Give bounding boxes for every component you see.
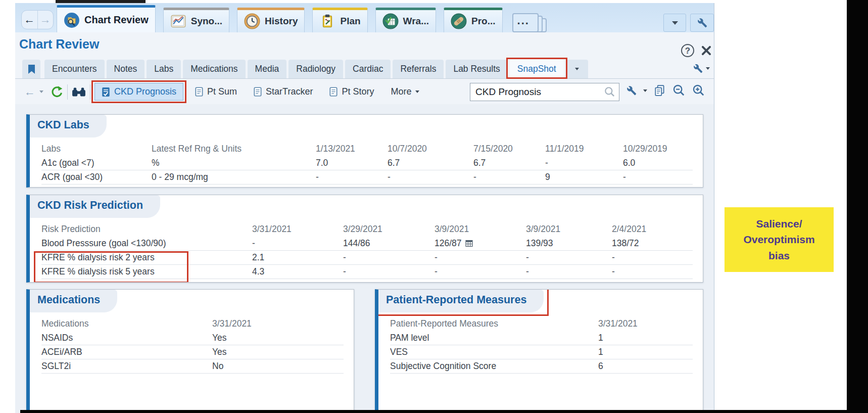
section-ckd-labs: CKD Labs LabsLatest Ref Rng & Units 1/13… bbox=[26, 114, 703, 188]
prm-table: Patient-Reported Measures3/31/2021 PAM l… bbox=[390, 316, 693, 374]
chevron-down-icon[interactable] bbox=[643, 89, 647, 92]
zoom-out-icon[interactable] bbox=[672, 84, 686, 97]
tab-medications[interactable]: Medications bbox=[183, 60, 245, 78]
divider bbox=[90, 84, 90, 100]
table-row[interactable]: NSAIDsYes bbox=[41, 331, 344, 345]
table-row[interactable]: VES1 bbox=[390, 345, 693, 359]
tab-problems[interactable]: Pro... bbox=[444, 8, 503, 32]
tab-radiology[interactable]: Radiology bbox=[288, 60, 343, 78]
tab-notes[interactable]: Notes bbox=[107, 60, 145, 78]
pt-story-report-button[interactable]: Pt Story bbox=[324, 83, 379, 100]
table-row[interactable]: A1c (goal <7)% 7.06.7 6.7- 6.0 bbox=[41, 156, 693, 170]
tab-labs[interactable]: Labs bbox=[147, 60, 181, 78]
history-clock-icon bbox=[244, 13, 260, 29]
tab-synopsis[interactable]: Syno... bbox=[163, 8, 229, 32]
letterbox-right bbox=[847, 0, 868, 413]
tab-wrapup[interactable]: Wra... bbox=[375, 8, 436, 32]
more-reports-button[interactable]: More bbox=[385, 83, 424, 100]
page-title: Chart Review bbox=[19, 37, 99, 52]
report-doc-icon bbox=[195, 87, 203, 97]
tab-referrals[interactable]: Referrals bbox=[393, 60, 444, 78]
tab-label: Plan bbox=[340, 16, 360, 27]
wrapup-calendar-icon bbox=[382, 13, 399, 29]
table-row[interactable]: SGLT2iNo bbox=[41, 359, 344, 374]
wrench-icon[interactable] bbox=[693, 64, 703, 73]
report-back-icon[interactable]: ← bbox=[24, 85, 35, 99]
table-row[interactable]: PAM level1 bbox=[390, 331, 693, 345]
report-doc-icon bbox=[254, 87, 262, 97]
pt-sum-report-button[interactable]: Pt Sum bbox=[190, 83, 242, 100]
note-line: bias bbox=[725, 248, 834, 264]
table-row[interactable]: ACEi/ARBYes bbox=[41, 345, 344, 359]
chevron-down-icon bbox=[672, 21, 678, 25]
search-icon[interactable] bbox=[604, 86, 616, 98]
table-grid-icon[interactable] bbox=[465, 240, 473, 247]
snapshot-report-content: CKD Labs LabsLatest Ref Rng & Units 1/13… bbox=[15, 104, 714, 413]
section-ckd-risk-prediction: CKD Risk Prediction Risk Prediction3/31/… bbox=[26, 195, 703, 283]
section-patient-reported-measures: Patient-Reported Measures Patient-Report… bbox=[375, 289, 703, 413]
table-row[interactable]: Blood Presssure (goal <130/90)- 144/86 1… bbox=[41, 237, 693, 251]
help-icon[interactable]: ? bbox=[681, 44, 694, 57]
button-label: More bbox=[391, 86, 411, 97]
section-title: CKD Risk Prediction bbox=[30, 195, 160, 218]
search-input[interactable] bbox=[470, 86, 604, 98]
table-row[interactable]: ACR (goal <30)0 - 29 mcg/mg -- -9 - bbox=[41, 170, 693, 185]
ehr-app-window: ← → Chart Review bbox=[15, 3, 714, 413]
ckd-prognosis-report-button[interactable]: CKD Prognosis bbox=[94, 83, 183, 101]
report-search-box bbox=[470, 83, 619, 101]
medications-table: Medications3/31/2021 NSAIDsYes ACEi/ARBY… bbox=[41, 316, 344, 374]
zoom-in-icon[interactable] bbox=[692, 84, 705, 97]
chevron-down-icon[interactable] bbox=[39, 90, 43, 93]
tab-label: Wra... bbox=[403, 16, 429, 27]
back-button[interactable]: ← bbox=[22, 11, 37, 29]
tab-list-dropdown-button[interactable] bbox=[663, 14, 686, 32]
tab-history[interactable]: History bbox=[237, 8, 305, 32]
button-label: StarTracker bbox=[266, 86, 313, 97]
more-report-tabs-dropdown[interactable] bbox=[566, 60, 588, 78]
section-title: Patient-Reported Measures bbox=[378, 290, 544, 312]
refresh-icon[interactable] bbox=[50, 85, 63, 99]
table-row[interactable]: KFRE % dialysis risk 2 years2.1 -- -- bbox=[41, 251, 693, 265]
chart-review-activity: Chart Review ? Encounters Notes Labs Med… bbox=[15, 32, 714, 413]
tab-plan[interactable]: Plan bbox=[312, 8, 367, 32]
tab-label: Syno... bbox=[191, 16, 222, 27]
tab-label: Chart Review bbox=[84, 14, 149, 26]
table-row[interactable]: Subjective Cognition Score6 bbox=[390, 359, 693, 374]
tab-label: History bbox=[265, 16, 298, 27]
tab-encounters[interactable]: Encounters bbox=[44, 60, 105, 78]
chrome-settings-button[interactable] bbox=[690, 14, 714, 32]
divider bbox=[67, 84, 68, 100]
forward-button[interactable]: → bbox=[37, 11, 54, 29]
close-icon[interactable] bbox=[701, 45, 712, 56]
synopsis-icon bbox=[170, 13, 186, 29]
button-label: CKD Prognosis bbox=[114, 86, 176, 97]
copy-report-icon[interactable] bbox=[654, 84, 666, 97]
tab-snapshot[interactable]: SnapShot bbox=[510, 60, 564, 78]
table-header-row: LabsLatest Ref Rng & Units 1/13/202110/7… bbox=[41, 142, 693, 156]
chevron-down-icon bbox=[575, 68, 579, 70]
chart-review-icon bbox=[64, 12, 80, 28]
ckd-risk-table: Risk Prediction3/31/2021 3/29/20213/9/20… bbox=[41, 222, 693, 279]
wrench-icon[interactable] bbox=[626, 85, 637, 96]
tab-lab-results[interactable]: Lab Results bbox=[446, 60, 507, 78]
startracker-report-button[interactable]: StarTracker bbox=[249, 83, 318, 100]
bookmark-tab[interactable] bbox=[22, 60, 40, 78]
button-label: Pt Story bbox=[342, 86, 374, 97]
history-nav-buttons: ← → bbox=[21, 10, 54, 29]
tab-chart-review[interactable]: Chart Review bbox=[57, 5, 156, 32]
tab-cardiac[interactable]: Cardiac bbox=[345, 60, 391, 78]
report-toolbar: ← CK bbox=[15, 79, 714, 104]
plan-clipboard-icon bbox=[319, 13, 335, 29]
binoculars-icon[interactable] bbox=[72, 86, 86, 98]
table-row[interactable]: KFRE % dialysis risk 5 years4.3 -- -- bbox=[41, 265, 693, 279]
chevron-down-icon[interactable] bbox=[706, 67, 710, 70]
tab-media[interactable]: Media bbox=[248, 60, 287, 78]
note-line: Salience/ bbox=[725, 216, 834, 232]
bookmark-icon bbox=[27, 64, 36, 74]
more-tabs-stack[interactable]: ... bbox=[512, 11, 552, 32]
letterbox-bottom bbox=[20, 410, 847, 413]
problems-bandage-icon bbox=[451, 13, 467, 29]
report-doc-icon bbox=[102, 87, 110, 97]
button-label: Pt Sum bbox=[207, 86, 237, 97]
ckd-labs-table: LabsLatest Ref Rng & Units 1/13/202110/7… bbox=[41, 142, 693, 185]
